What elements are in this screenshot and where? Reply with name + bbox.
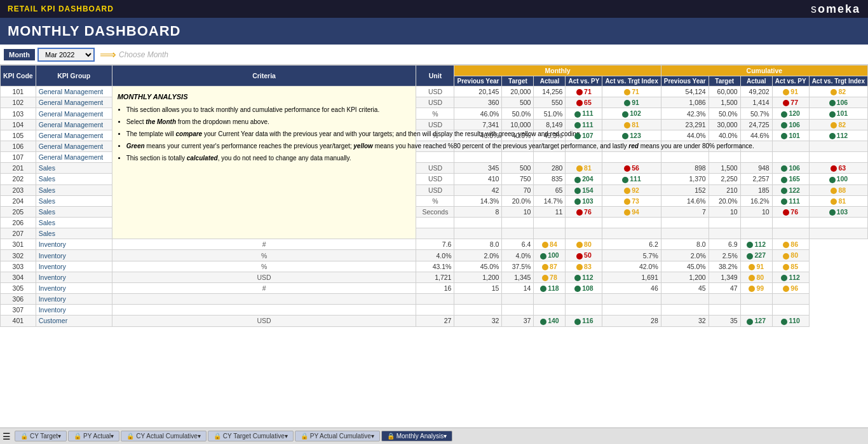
cell-target-m (454, 305, 502, 316)
cell-unit: # (112, 283, 416, 294)
status-dot (831, 165, 837, 172)
col-target-c: Target (709, 76, 740, 87)
cell-target-c: 50.0% (709, 108, 740, 119)
cell-target-c: 60,000 (709, 87, 740, 97)
cell-prev-year-m: 46.0% (454, 108, 502, 119)
status-dot (783, 89, 789, 95)
tab-py-actual[interactable]: 🔒 PY Actual ▾ (68, 431, 119, 441)
cell-act-trgt-m: 112 (566, 272, 602, 282)
cell-act-trgt-c: 81 (809, 195, 867, 206)
cell-act-trgt-m: 50 (566, 250, 602, 261)
cell-target-c (709, 152, 740, 163)
tab-py-actual-cumulative-label: PY Actual Cumulative (310, 433, 371, 440)
cell-target-m: 20.0% (502, 195, 534, 206)
header: MONTHLY DASHBOARD (0, 18, 868, 45)
col-act-trgt-c: Act vs. Trgt Index (809, 76, 867, 87)
cell-target-m: 8.0 (454, 239, 502, 250)
col-unit: Unit (416, 66, 454, 87)
tab-cy-actual-cumulative[interactable]: 🔒 CY Actual Cumulative ▾ (121, 431, 207, 441)
monthly-header: Monthly (454, 66, 661, 76)
cell-target-c: 20.0% (709, 195, 740, 206)
cell-act-py-m: 65 (566, 97, 602, 108)
status-dot (829, 133, 836, 139)
cell-code: 107 (1, 152, 36, 163)
cell-target-c: 1,500 (709, 163, 740, 174)
cell-act-trgt-c: 86 (772, 239, 809, 250)
cell-actual-m: 1,345 (502, 272, 534, 282)
cell-act-trgt-c: 85 (772, 261, 809, 272)
cell-act-trgt-m: 108 (566, 283, 602, 294)
table-row: 301 Inventory # 7.6 8.0 6.4 84 80 6.2 8.… (1, 239, 868, 250)
status-dot (829, 177, 836, 183)
status-dot (576, 165, 583, 172)
lock-icon-4: 🔒 (214, 433, 221, 440)
status-dot (749, 264, 755, 270)
tab-cy-target[interactable]: 🔒 CY Target ▾ (15, 431, 67, 441)
cell-prev-year-m: 7.6 (416, 239, 454, 250)
cell-group: Sales (36, 218, 112, 228)
tab-cy-target-cumulative[interactable]: 🔒 CY Target Cumulative ▾ (208, 431, 294, 441)
cell-act-trgt-m: 80 (566, 239, 602, 250)
cell-act-py-c: 106 (772, 163, 809, 174)
status-dot (624, 165, 630, 172)
cell-actual-m: 37 (502, 316, 534, 326)
cell-group: Inventory (36, 305, 112, 316)
arrow-icon: ⟹ (100, 48, 116, 62)
status-dot (542, 275, 548, 281)
cell-act-trgt-m: 56 (602, 163, 661, 174)
cell-target-c: 210 (709, 184, 740, 195)
cell-target-m: 10 (502, 206, 534, 217)
cell-prev-year-m: 42 (454, 184, 502, 195)
dropdown-icon-1: ▾ (58, 433, 61, 440)
table-row: 401 Customer USD 27 32 37 140 116 28 32 … (1, 316, 868, 326)
month-select[interactable]: Mar 2022 Feb 2022 Jan 2022 (37, 48, 95, 62)
col-act-py-m: Act vs. PY (566, 76, 602, 87)
cell-act-trgt-m: 83 (566, 261, 602, 272)
cell-target-m: 10,000 (502, 119, 534, 130)
cell-actual-m: 14 (502, 283, 534, 294)
cell-act-trgt-c (772, 305, 809, 316)
logo: someka (811, 3, 860, 16)
cell-unit: % (112, 250, 416, 261)
cell-act-py-c: 165 (772, 174, 809, 184)
cell-target-m: 500 (502, 97, 534, 108)
analysis-item-2: Select the Month from the dropdown menu … (126, 117, 411, 127)
cell-act-py-m: 84 (534, 239, 566, 250)
cell-act-py-m: 71 (566, 87, 602, 97)
cell-actual-c: 16.2% (740, 195, 772, 206)
cell-act-py-c: 127 (740, 316, 772, 326)
status-dot (783, 253, 789, 260)
cell-target-c (709, 228, 740, 239)
status-dot (747, 242, 753, 248)
table-row: 302 Inventory % 4.0% 2.0% 4.0% 100 50 5.… (1, 250, 868, 261)
cell-actual-c: 38.2% (709, 261, 740, 272)
cell-unit: USD (416, 174, 454, 184)
month-label: Month (4, 49, 35, 60)
dropdown-icon-3: ▾ (198, 433, 201, 440)
cell-actual-c: 44.6% (740, 130, 772, 141)
cell-prev-year-c: 5.7% (602, 250, 661, 261)
status-dot (576, 89, 583, 95)
cell-code: 305 (1, 283, 36, 294)
cell-group: General Management (36, 97, 112, 108)
cell-act-trgt-c: 80 (772, 250, 809, 261)
table-row: 303 Inventory % 43.1% 45.0% 37.5% 87 83 … (1, 261, 868, 272)
cell-code: 106 (1, 141, 36, 152)
cell-act-trgt-m: 116 (566, 316, 602, 326)
cell-act-py-c: 80 (740, 272, 772, 282)
cell-act-trgt-c: 101 (809, 108, 867, 119)
cell-actual-m: 51.0% (534, 108, 566, 119)
analysis-item-5: This section is totally calculated, you … (126, 153, 411, 163)
tab-py-actual-cumulative[interactable]: 🔒 PY Actual Cumulative ▾ (295, 431, 380, 441)
status-dot (542, 264, 548, 270)
status-dot (781, 188, 787, 194)
tab-monthly-analysis[interactable]: 🔒 Monthly Analysis ▾ (381, 431, 452, 441)
status-dot (574, 133, 581, 139)
cell-act-trgt-m (566, 294, 602, 305)
header-title: MONTHLY DASHBOARD (8, 23, 180, 39)
cell-target-c: 1,200 (661, 272, 709, 282)
cell-unit: % (112, 261, 416, 272)
cell-actual-c: 50.7% (740, 108, 772, 119)
hamburger-icon[interactable]: ☰ (3, 431, 11, 441)
cell-unit: USD (416, 163, 454, 174)
